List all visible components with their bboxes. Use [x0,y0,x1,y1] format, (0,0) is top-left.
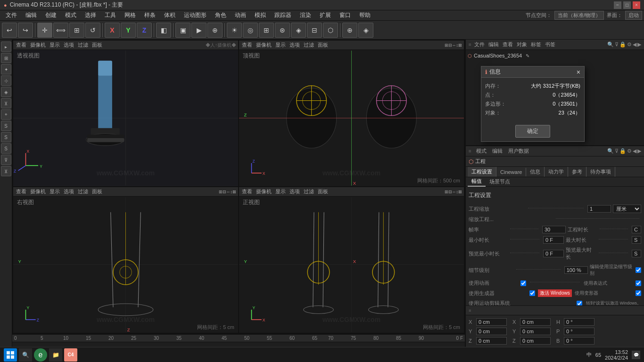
character-btn[interactable]: ⊟ [307,23,322,38]
np-filter-icon[interactable]: ⊽ [615,41,619,48]
np-arrow-left-icon[interactable]: ◀ [633,41,636,48]
om-item-root[interactable]: ⬡ CasualShoes_23654 ✎ [468,52,642,59]
prop-maxtime-value[interactable] [632,236,641,244]
left-icon-12[interactable]: ⊻ [1,166,11,176]
np-icon[interactable]: ≡ [469,42,471,47]
taskbar-notify-button[interactable]: 💬 [632,351,640,359]
camera-btn[interactable]: ◎ [243,23,258,38]
menu-character[interactable]: 角色 [211,10,230,20]
vp4-tb-display[interactable]: 显示 [274,188,287,195]
np-view[interactable]: 查看 [502,41,514,48]
effector-btn[interactable]: ⊛ [275,23,290,38]
menu-help[interactable]: 帮助 [355,10,374,20]
props-tab-info[interactable]: 信息 [526,167,545,177]
props-tab-ref[interactable]: 参考 [568,167,586,177]
undo-button[interactable]: ↩ [2,23,17,38]
om-edit-icon[interactable]: ✎ [526,53,529,58]
props-subtab-scene[interactable]: 场景节点 [486,177,514,186]
props-prev-icon[interactable]: ◀ [633,148,636,154]
snap-btn[interactable]: ⊕ [342,23,357,38]
taskbar-edge-button[interactable]: e [34,348,47,362]
move-button[interactable]: ⟺ [53,23,68,38]
viewport-top[interactable]: 查看 摄像机 显示 选项 过滤 面板 ⊞⊟↔↕⊠ 顶视图 [239,41,464,186]
vp4-tb-panel[interactable]: 面板 [317,188,329,195]
prop-motion-check[interactable] [577,301,582,306]
menu-tools[interactable]: 工具 [101,10,120,20]
prop-anim-check[interactable] [520,280,526,286]
menu-select[interactable]: 选择 [81,10,100,20]
left-icon-8[interactable]: S [1,121,11,131]
minimize-button[interactable]: − [614,1,621,9]
props-filter-icon[interactable]: ⊽ [615,148,619,154]
props-mode[interactable]: 模式 [475,148,487,155]
np-bookmark[interactable]: 书签 [544,41,556,48]
redo-button[interactable]: ↪ [18,23,33,38]
props-menu-icon[interactable]: ≡ [469,148,471,154]
axis-y[interactable]: Y [121,23,136,38]
nodespace-dropdown[interactable]: 当前（标准/物理） [554,11,604,20]
prop-gen-check[interactable] [529,290,535,296]
vp4-tb-filter[interactable]: 过滤 [303,188,315,195]
taskbar-search-button[interactable]: 🔍 [19,348,32,362]
start-button[interactable] [4,348,17,362]
np-arrow-right-icon[interactable]: ▶ [637,41,641,48]
left-icon-3[interactable]: ✦ [1,64,11,74]
prop-scale-value[interactable] [587,205,611,213]
props-tab-engineering[interactable]: 工程设置 [468,167,496,177]
menu-volume[interactable]: 体积 [160,10,179,20]
coord-x-input[interactable] [476,318,507,326]
vp3-tb-filter[interactable]: 过滤 [77,188,89,195]
interface-dropdown[interactable]: 启动 [625,11,642,20]
render-full[interactable]: ⊕ [207,23,223,38]
prop-detail-value[interactable] [564,266,588,274]
props-gear-icon[interactable]: ⚙ [627,148,632,154]
menu-animate[interactable]: 动画 [231,10,250,20]
left-icon-5[interactable]: ◈ [1,87,11,97]
taskbar-c4d-button[interactable]: C4 [64,348,77,362]
coord-p-input[interactable] [564,328,594,335]
left-icon-1[interactable]: ▸ [1,41,11,52]
coord-h-input[interactable] [564,318,594,326]
np-file[interactable]: 文件 [473,41,486,48]
np-object[interactable]: 对象 [516,41,528,48]
close-button[interactable]: × [633,1,640,9]
menu-render[interactable]: 渲染 [296,10,315,20]
left-icon-10[interactable]: S [1,143,11,154]
viewport-perspective[interactable]: 查看 摄像机 显示 选项 过滤 面板 ◆人↑摄像机◆ 透视视图 [13,41,238,186]
maximize-button[interactable]: □ [623,1,631,9]
vp1-tb-filter[interactable]: 过滤 [77,41,89,49]
props-tab-cineware[interactable]: Cineware [496,168,526,176]
prop-duration-value[interactable] [632,226,641,233]
menu-mode[interactable]: 模式 [61,10,80,20]
menu-create[interactable]: 创建 [41,10,60,20]
prop-deform-check[interactable] [636,290,641,296]
vp4-tb-view[interactable]: 查看 [241,188,253,195]
menu-tracker[interactable]: 跟踪器 [271,10,295,20]
paint-btn[interactable]: ⬡ [323,23,338,38]
vp1-tb-panel[interactable]: 面板 [91,41,103,49]
rotate-button[interactable]: ↺ [85,23,100,38]
vp1-tb-display[interactable]: 显示 [49,41,61,49]
props-subtab-value[interactable]: 幅值 [468,177,486,187]
menu-mograph[interactable]: 运动图形 [180,10,210,20]
vp2-tb-panel[interactable]: 面板 [317,41,329,49]
vp3-tb-view[interactable]: 查看 [15,188,27,195]
menu-mesh[interactable]: 网格 [121,10,140,20]
vp3-tb-select[interactable]: 选项 [63,188,75,195]
props-search-icon[interactable]: 🔍 [607,148,614,154]
coord-sz-input[interactable] [520,337,551,345]
info-dialog-titlebar[interactable]: ℹ 信息 × [481,66,584,78]
prop-scale-unit[interactable]: 厘米 米 [613,205,641,213]
vp2-tb-camera[interactable]: 摄像机 [255,41,272,49]
vp2-tb-filter[interactable]: 过滤 [303,41,315,49]
vp3-tb-panel[interactable]: 面板 [91,188,103,195]
prop-expr-check[interactable] [636,280,641,286]
axis-x[interactable]: X [105,23,120,38]
menu-simulate[interactable]: 模拟 [251,10,270,20]
cube-button[interactable]: ◧ [156,23,171,38]
menu-edit[interactable]: 编辑 [22,10,41,20]
vp4-tb-camera[interactable]: 摄像机 [255,188,272,195]
viewport-front[interactable]: 查看 摄像机 显示 选项 过滤 面板 ⊞⊟↔↕⊠ 正视图 [239,187,464,333]
left-icon-11[interactable]: ⊽ [1,155,11,165]
prop-detail-render-check[interactable] [636,267,641,273]
